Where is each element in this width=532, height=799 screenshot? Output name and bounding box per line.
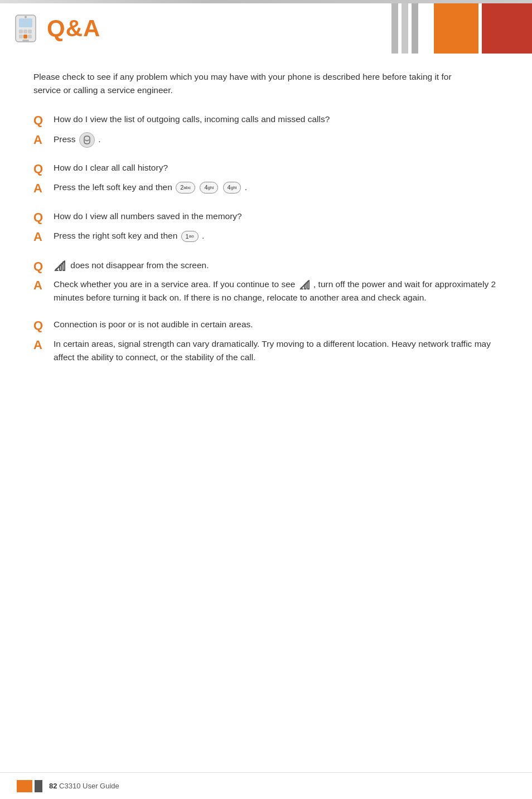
q1-label: Q [33, 113, 54, 129]
q2-text: How do I clear all call history? [54, 161, 499, 175]
svg-point-9 [25, 16, 27, 18]
footer-guide-text: C3310 User Guide [59, 782, 119, 790]
svg-rect-3 [23, 30, 27, 33]
svg-rect-2 [19, 30, 23, 33]
a2-label: A [33, 181, 54, 197]
header-bars [391, 3, 532, 54]
main-content: Please check to see if any problem which… [0, 54, 532, 400]
qa-block-5: Q Connection is poor or is not audible i… [33, 318, 499, 364]
q5-label: Q [33, 318, 54, 334]
bar-1 [391, 3, 398, 54]
a1-label: A [33, 132, 54, 148]
footer-accent-orange [17, 780, 32, 792]
page-header: Q&A [0, 3, 532, 54]
q3-row: Q How do I view all numbers saved in the… [33, 210, 499, 226]
q2-label: Q [33, 161, 54, 177]
footer-page-number: 82 [49, 782, 57, 790]
a3-dot: . [202, 231, 204, 240]
a3-text-before: Press the right soft key and then [54, 231, 177, 240]
bar-2 [402, 3, 408, 54]
q5-text: Connection is poor or is not audible in … [54, 318, 499, 331]
header-left: Q&A [0, 3, 123, 54]
q3-text: How do I view all numbers saved in the m… [54, 210, 499, 223]
a2-row: A Press the left soft key and then 2abc … [33, 181, 499, 197]
no-signal-icon-q [54, 260, 66, 272]
svg-rect-1 [19, 18, 32, 27]
qa-block-4: Q does not disappear from the screen. A … [33, 259, 499, 305]
svg-rect-8 [22, 40, 29, 41]
qa-block-2: Q How do I clear all call history? A Pre… [33, 161, 499, 196]
a5-row: A In certain areas, signal strength can … [33, 337, 499, 364]
a4-text: Check whether you are in a service area.… [54, 278, 499, 304]
a4-label: A [33, 278, 54, 294]
page-footer: 82 C3310 User Guide [0, 772, 532, 799]
phone-icon [11, 14, 40, 43]
key-4ghi-1: 4ghi [200, 182, 218, 193]
bar-3 [412, 3, 418, 54]
q4-text: does not disappear from the screen. [54, 259, 499, 272]
a5-text: In certain areas, signal strength can va… [54, 337, 499, 364]
a1-dot: . [98, 134, 100, 144]
svg-rect-5 [19, 35, 23, 38]
key-1ao: 1ao [181, 231, 199, 243]
key-2abc: 2abc [176, 182, 195, 193]
key-4ghi-2: 4ghi [223, 182, 241, 193]
a2-text: Press the left soft key and then 2abc 4g… [54, 181, 499, 194]
qa-block-1: Q How do I view the list of outgoing cal… [33, 113, 499, 148]
send-key-icon [79, 132, 95, 148]
no-signal-icon-a [299, 279, 310, 290]
a1-text: Press . [54, 132, 499, 148]
page-title: Q&A [47, 15, 100, 42]
a3-row: A Press the right soft key and then 1ao … [33, 229, 499, 245]
svg-rect-6 [23, 35, 27, 38]
intro-paragraph: Please check to see if any problem which… [33, 70, 468, 97]
a4-row: A Check whether you are in a service are… [33, 278, 499, 304]
q3-label: Q [33, 210, 54, 226]
a2-dot: . [245, 182, 247, 192]
bar-red [482, 3, 532, 54]
a5-label: A [33, 337, 54, 354]
footer-text: 82 C3310 User Guide [49, 782, 119, 790]
q1-text: How do I view the list of outgoing calls… [54, 113, 499, 126]
svg-rect-7 [28, 35, 32, 38]
a1-text-before: Press [54, 134, 76, 144]
a1-row: A Press . [33, 132, 499, 148]
footer-accent-gray [35, 780, 42, 792]
a2-text-before: Press the left soft key and then [54, 182, 172, 192]
q4-row: Q does not disappear from the screen. [33, 259, 499, 275]
a3-label: A [33, 229, 54, 245]
q2-row: Q How do I clear all call history? [33, 161, 499, 177]
a3-text: Press the right soft key and then 1ao . [54, 229, 499, 243]
q4-text-after: does not disappear from the screen. [70, 260, 209, 270]
q4-label: Q [33, 259, 54, 275]
bar-orange [434, 3, 478, 54]
svg-rect-4 [28, 30, 32, 33]
q5-row: Q Connection is poor or is not audible i… [33, 318, 499, 334]
qa-block-3: Q How do I view all numbers saved in the… [33, 210, 499, 245]
q1-row: Q How do I view the list of outgoing cal… [33, 113, 499, 129]
